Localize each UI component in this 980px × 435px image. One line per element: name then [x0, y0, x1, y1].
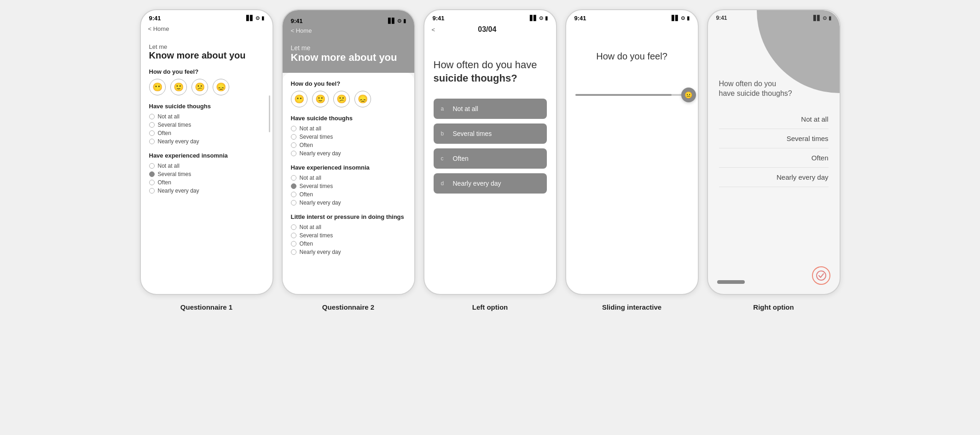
radio-circle[interactable]: [291, 249, 296, 255]
opt-text-b: Several times: [453, 130, 492, 137]
radio-item[interactable]: Often: [291, 142, 406, 148]
radio-item[interactable]: Nearly every day: [149, 188, 264, 194]
option-label: Often: [300, 142, 313, 148]
face-sad[interactable]: 😕: [333, 91, 350, 107]
radio-item[interactable]: Often: [149, 130, 264, 136]
radio-item[interactable]: Not at all: [291, 125, 406, 132]
radio-circle[interactable]: [149, 180, 155, 185]
si-track-fill: [575, 94, 672, 96]
radio-circle[interactable]: [149, 114, 155, 119]
radio-circle[interactable]: [291, 241, 296, 247]
face-neutral[interactable]: 😶: [149, 79, 166, 95]
feel-question-q2: How do you feel?: [291, 80, 406, 87]
radio-item[interactable]: Often: [291, 191, 406, 198]
insomnia-section-q1: Have experienced insomnia: [149, 152, 264, 159]
radio-item[interactable]: Several times: [291, 134, 406, 140]
screen-content-q1[interactable]: Let me Know more about you How do you fe…: [141, 36, 273, 294]
option-label: Often: [158, 130, 171, 136]
phone-q2: 9:41 ▋▋ ⊙ ▮ < Home Let me Know more abou…: [282, 9, 415, 295]
si-track[interactable]: 😐: [575, 94, 689, 96]
screen-wrapper-si: 9:41 ▋▋ ⊙ ▮ How do you feel? 😐: [565, 9, 699, 311]
status-bar-lo: 9:41 ▋▋ ⊙ ▮: [424, 10, 556, 24]
radio-item[interactable]: Several times: [291, 232, 406, 239]
radio-circle[interactable]: [291, 200, 296, 206]
ro-option-1[interactable]: Several times: [719, 129, 829, 148]
radio-item[interactable]: Nearly every day: [149, 138, 264, 145]
radio-circle[interactable]: [291, 224, 296, 230]
nav-bar-q1: < Home: [141, 24, 273, 36]
back-button-q1[interactable]: < Home: [148, 25, 169, 32]
radio-circle[interactable]: [149, 122, 155, 128]
signal-icon: ▋▋: [813, 15, 821, 21]
radio-circle[interactable]: [291, 233, 296, 238]
ro-question1: How often do you: [719, 79, 829, 89]
lo-option-a[interactable]: a Not at all: [434, 99, 547, 119]
phone-q1: 9:41 ▋▋ ⊙ ▮ < Home Let me Know more abou…: [140, 9, 273, 295]
face-very-sad[interactable]: 😞: [354, 91, 371, 107]
pressure-options-q2: Not at all Several times Often Nearly ev…: [291, 224, 406, 255]
radio-item[interactable]: Not at all: [291, 224, 406, 230]
radio-circle[interactable]: [149, 130, 155, 136]
radio-circle[interactable]: [149, 188, 155, 194]
nav-bar-q2: < Home: [291, 26, 406, 38]
q2-subtitle: Let me: [291, 44, 406, 52]
signal-icon: ▋▋: [672, 15, 679, 21]
time-lo: 9:41: [433, 15, 445, 22]
radio-item[interactable]: Several times: [149, 122, 264, 128]
radio-circle-selected[interactable]: [149, 171, 155, 177]
status-icons-si: ▋▋ ⊙ ▮: [672, 15, 690, 21]
radio-item[interactable]: Often: [291, 241, 406, 247]
radio-item[interactable]: Several times: [291, 183, 406, 189]
radio-circle[interactable]: [291, 151, 296, 156]
phone-ro: 9:41 ▋▋ ⊙ ▮ How often do you have suicid…: [707, 9, 841, 295]
wifi-icon: ⊙: [681, 15, 685, 21]
ro-option-0[interactable]: Not at all: [719, 110, 829, 129]
progress-label: 03/04: [435, 25, 539, 34]
radio-item[interactable]: Not at all: [149, 113, 264, 120]
option-label: Not at all: [300, 175, 321, 181]
lo-option-b[interactable]: b Several times: [434, 123, 547, 144]
radio-item[interactable]: Several times: [149, 171, 264, 177]
label-q2: Questionnaire 2: [322, 303, 374, 311]
radio-circle[interactable]: [291, 134, 296, 140]
radio-item[interactable]: Nearly every day: [291, 200, 406, 206]
option-label: Several times: [300, 183, 333, 189]
radio-circle[interactable]: [291, 192, 296, 197]
insomnia-options-q1: Not at all Several times Often Nearly ev…: [149, 163, 264, 194]
si-thumb[interactable]: 😐: [681, 88, 696, 102]
face-neutral[interactable]: 😶: [291, 91, 307, 107]
radio-item[interactable]: Not at all: [149, 163, 264, 169]
opt-letter-b: b: [441, 130, 447, 137]
back-button-q2[interactable]: < Home: [291, 27, 312, 34]
ro-option-3[interactable]: Nearly every day: [719, 168, 829, 187]
radio-item[interactable]: Not at all: [291, 175, 406, 181]
lo-option-d[interactable]: d Nearly every day: [434, 173, 547, 194]
radio-circle[interactable]: [291, 175, 296, 181]
opt-text-c: Often: [453, 155, 469, 162]
face-very-sad[interactable]: 😞: [213, 79, 229, 95]
radio-circle[interactable]: [291, 142, 296, 148]
q1-title: Know more about you: [149, 50, 264, 61]
option-label: Nearly every day: [300, 150, 341, 157]
face-smile[interactable]: 🙂: [170, 79, 187, 95]
radio-circle[interactable]: [149, 139, 155, 144]
back-button-lo[interactable]: <: [432, 26, 435, 33]
radio-circle[interactable]: [149, 163, 155, 169]
option-label: Nearly every day: [300, 249, 341, 255]
ro-option-2[interactable]: Often: [719, 148, 829, 168]
face-sad[interactable]: 😕: [191, 79, 208, 95]
q2-card[interactable]: How do you feel? 😶 🙂 😕 😞 Have suicide th…: [283, 73, 414, 294]
radio-item[interactable]: Often: [149, 179, 264, 186]
suicide-section-q2: Have suicide thoughs: [291, 115, 406, 122]
status-icons-q1: ▋▋ ⊙ ▮: [246, 15, 264, 21]
radio-item[interactable]: Nearly every day: [291, 150, 406, 157]
radio-circle-selected[interactable]: [291, 183, 296, 189]
battery-icon: ▮: [829, 15, 831, 21]
lo-content: How often do you have suicide thoughs? a…: [424, 37, 556, 294]
radio-circle[interactable]: [291, 126, 296, 131]
face-smile[interactable]: 🙂: [312, 91, 329, 107]
screens-container: 9:41 ▋▋ ⊙ ▮ < Home Let me Know more abou…: [9, 9, 971, 311]
lo-option-c[interactable]: c Often: [434, 148, 547, 169]
radio-item[interactable]: Nearly every day: [291, 249, 406, 255]
si-slider-row[interactable]: 😐: [575, 94, 689, 96]
